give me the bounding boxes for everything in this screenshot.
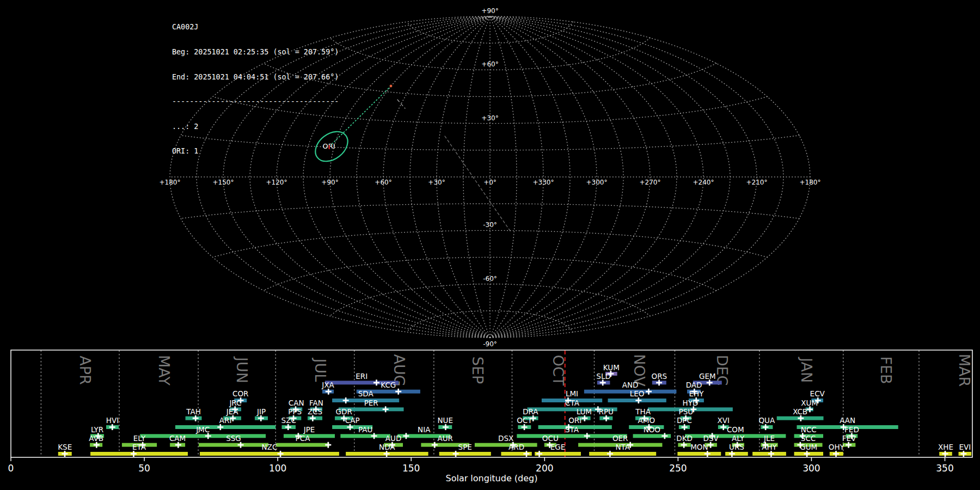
shower-code-label: FEV xyxy=(842,434,856,443)
shower-code-label: NOO xyxy=(644,425,660,434)
shower-peak-marker xyxy=(656,379,662,385)
shower-code-label: GEM xyxy=(699,372,716,381)
track-endpoint-dot xyxy=(390,85,393,88)
shower-code-label: NIA xyxy=(418,425,431,434)
x-tick-label: 200 xyxy=(536,463,553,474)
shower-peak-marker xyxy=(720,424,726,430)
shower-code-label: CTA xyxy=(565,399,580,407)
shower-code-label: SDA xyxy=(358,389,374,398)
shower-code-label: ARD xyxy=(509,443,524,451)
shower-code-label: NUE xyxy=(437,416,453,425)
shower-code-label: MON xyxy=(690,443,708,451)
shower-peak-marker xyxy=(175,442,181,448)
latitude-label: +90° xyxy=(481,7,498,15)
x-axis-title: Solar longitude (deg) xyxy=(446,473,538,483)
shower-code-label: JRC xyxy=(229,399,241,407)
radiant-map-and-activity-chart: +90°+60°+30°-30°-60°-90°+180°+150°+120°+… xyxy=(0,0,980,490)
month-label: MAR xyxy=(956,354,973,387)
shower-peak-marker xyxy=(278,451,284,457)
shower-activity-bar xyxy=(589,452,656,456)
month-label: SEP xyxy=(469,357,486,384)
shower-peak-marker xyxy=(960,451,966,457)
shower-code-label: CAP xyxy=(345,416,360,425)
shower-peak-marker xyxy=(661,433,667,439)
x-tick-label: 300 xyxy=(803,463,820,474)
month-label: JUL xyxy=(312,358,329,382)
shower-peak-marker xyxy=(109,424,115,430)
shower-peak-marker xyxy=(584,433,590,439)
shower-code-label: NTA xyxy=(615,443,630,451)
shower-code-label: OHY xyxy=(829,443,845,451)
shower-peak-marker xyxy=(343,397,349,403)
month-label: FEB xyxy=(878,356,895,384)
shower-peak-marker xyxy=(326,389,332,395)
shower-code-label: CAN xyxy=(289,399,304,407)
x-tick-label: 100 xyxy=(269,463,286,474)
shower-code-label: AND xyxy=(622,381,639,389)
shower-code-label: ELY xyxy=(133,434,146,443)
shower-code-label: EVI xyxy=(959,443,971,451)
shower-peak-marker xyxy=(763,424,769,430)
shower-peak-marker xyxy=(522,424,528,430)
shower-peak-marker xyxy=(942,451,948,457)
shower-code-label: EHY xyxy=(689,389,704,398)
shower-code-label: SSG xyxy=(226,434,241,443)
shower-peak-marker xyxy=(453,451,459,457)
shower-code-label: AVB xyxy=(89,434,103,443)
shower-code-label: NZC xyxy=(262,443,278,451)
shower-code-label: DKD xyxy=(676,434,693,443)
longitude-label: +270° xyxy=(640,179,661,186)
longitude-label: +330° xyxy=(533,179,554,186)
shower-code-label: JXA xyxy=(321,381,334,389)
shower-peak-marker xyxy=(523,451,529,457)
shower-code-label: LMI xyxy=(566,389,578,398)
shower-code-label: PSU xyxy=(679,407,694,416)
shower-code-label: JIP xyxy=(256,407,266,416)
shower-peak-marker xyxy=(682,424,688,430)
chart-frame xyxy=(11,350,972,457)
shower-code-label: ERI xyxy=(356,372,367,381)
shower-code-label: COR xyxy=(232,389,248,398)
camera-code: CA002J xyxy=(172,23,339,31)
shower-peak-marker xyxy=(635,397,641,403)
shower-peak-marker xyxy=(62,451,68,457)
shower-code-label: PAU xyxy=(358,425,372,434)
longitude-label: +240° xyxy=(693,179,714,186)
shower-code-label: AHY xyxy=(762,443,777,451)
shower-peak-marker xyxy=(94,442,100,448)
shower-code-label: TAH xyxy=(186,407,201,416)
shower-activity-bar xyxy=(199,443,268,447)
longitude-label: +30° xyxy=(428,179,445,186)
shower-peak-marker xyxy=(833,451,839,457)
shower-peak-marker xyxy=(371,433,377,439)
shower-code-label: ZCS xyxy=(308,407,322,416)
shower-peak-marker xyxy=(708,442,714,448)
shower-code-label: JPE xyxy=(303,425,315,434)
shower-peak-marker xyxy=(310,415,316,421)
shower-peak-marker xyxy=(581,415,587,421)
latitude-label: +60° xyxy=(481,60,498,68)
shower-code-label: ORS xyxy=(652,372,667,381)
x-tick-label: 250 xyxy=(669,463,687,474)
shower-peak-marker xyxy=(258,415,264,421)
begin-time-line: Beg: 20251021 02:25:35 (sol = 207.59°) xyxy=(172,48,339,56)
shower-peak-marker xyxy=(646,389,652,395)
month-label: MAY xyxy=(156,355,173,386)
shower-code-label: JLE xyxy=(763,434,775,443)
sporadic-track-1 xyxy=(397,100,405,108)
shower-peak-marker xyxy=(705,451,710,457)
ori-count: ORI: 1 xyxy=(172,147,339,155)
shower-code-label: COM xyxy=(727,425,744,434)
shower-peak-marker xyxy=(707,379,713,385)
shower-code-label: PCA xyxy=(296,434,311,443)
shower-peak-marker xyxy=(384,451,390,457)
shower-code-label: CAM xyxy=(169,434,186,443)
shower-peak-marker xyxy=(403,433,409,439)
shower-code-label: SCC xyxy=(801,434,816,443)
shower-activity-bar xyxy=(475,443,537,447)
shower-activity-bar xyxy=(90,452,188,456)
longitude-label: +180° xyxy=(160,179,181,186)
shower-code-label: XCB xyxy=(793,407,807,416)
shower-peak-marker xyxy=(807,406,813,412)
shower-peak-marker xyxy=(325,442,331,448)
